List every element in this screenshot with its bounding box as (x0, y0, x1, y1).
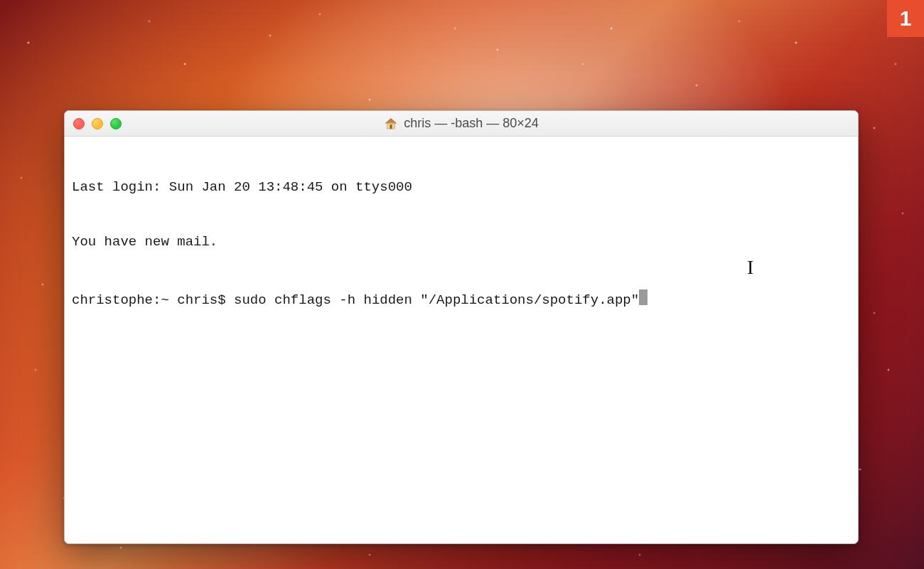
terminal-line: You have new mail. (72, 233, 851, 252)
desktop-background: 1 chris — -bash — 80×24 (0, 0, 924, 569)
step-number: 1 (900, 6, 912, 31)
terminal-window[interactable]: chris — -bash — 80×24 Last login: Sun Ja… (64, 110, 859, 544)
terminal-line: Last login: Sun Jan 20 13:48:45 on ttys0… (72, 179, 851, 197)
close-button[interactable] (73, 118, 85, 129)
step-number-badge: 1 (887, 0, 924, 37)
terminal-prompt: christophe:~ chris$ (72, 292, 234, 310)
window-title: chris — -bash — 80×24 (404, 116, 539, 131)
maximize-button[interactable] (110, 118, 122, 129)
terminal-command: sudo chflags -h hidden "/Applications/sp… (234, 292, 639, 310)
window-title-wrap: chris — -bash — 80×24 (384, 116, 539, 131)
text-cursor (639, 289, 648, 305)
terminal-prompt-line: christophe:~ chris$ sudo chflags -h hidd… (72, 288, 851, 309)
home-icon (384, 117, 398, 131)
svg-rect-2 (390, 124, 392, 129)
svg-marker-0 (386, 118, 397, 123)
window-titlebar[interactable]: chris — -bash — 80×24 (65, 111, 858, 137)
terminal-body[interactable]: Last login: Sun Jan 20 13:48:45 on ttys0… (65, 137, 858, 543)
ibeam-cursor-icon: I (747, 254, 753, 281)
minimize-button[interactable] (92, 118, 103, 129)
window-controls (73, 118, 122, 129)
svg-rect-3 (387, 122, 395, 124)
